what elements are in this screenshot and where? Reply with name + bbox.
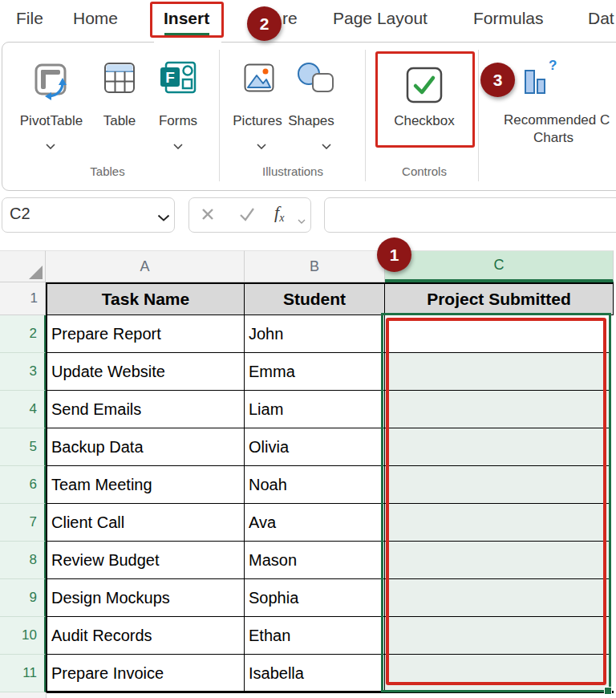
cell-student[interactable]: Emma bbox=[245, 353, 385, 391]
table-label: Table bbox=[95, 113, 144, 129]
cell-student[interactable]: Noah bbox=[245, 466, 385, 504]
chevron-down-icon[interactable] bbox=[257, 138, 266, 152]
ribbon-group-divider bbox=[219, 50, 220, 181]
pictures-icon bbox=[244, 63, 274, 95]
annotation-box-insert-tab bbox=[150, 2, 224, 38]
chevron-down-icon[interactable] bbox=[322, 138, 331, 152]
cancel-x-icon[interactable] bbox=[200, 206, 216, 225]
cell-student[interactable]: John bbox=[245, 315, 385, 353]
step-1-badge: 1 bbox=[377, 237, 411, 272]
row-header[interactable]: 4 bbox=[0, 391, 46, 428]
row-header[interactable]: 3 bbox=[0, 353, 46, 391]
enter-check-icon[interactable] bbox=[238, 206, 256, 225]
tab-formulas[interactable]: Formulas bbox=[473, 9, 544, 28]
cell-student[interactable]: Sophia bbox=[245, 579, 385, 617]
formula-input[interactable] bbox=[324, 197, 616, 233]
tab-partially-hidden[interactable]: re bbox=[282, 9, 298, 28]
recommended-charts-label-line2: Charts bbox=[521, 130, 586, 146]
fx-chevron-icon[interactable] bbox=[298, 213, 306, 227]
active-tab-connector bbox=[154, 39, 221, 46]
fill-handle[interactable] bbox=[604, 687, 612, 695]
annotation-box-checkbox bbox=[375, 51, 475, 148]
row-header[interactable]: 2 bbox=[0, 315, 46, 353]
column-header-b[interactable]: B bbox=[245, 250, 385, 282]
table-header-row: 1 Task Name Student Project Submitted bbox=[0, 282, 614, 315]
pivottable-label: PivotTable bbox=[6, 113, 96, 129]
name-box-chevron-icon[interactable] bbox=[157, 210, 170, 225]
cell-task[interactable]: Client Call bbox=[46, 504, 245, 542]
tab-file[interactable]: File bbox=[16, 9, 43, 28]
pictures-label: Pictures bbox=[230, 113, 285, 129]
cell-task[interactable]: Prepare Report bbox=[46, 315, 245, 353]
recommended-charts-label-line1: Recommended C bbox=[504, 112, 610, 128]
svg-text:?: ? bbox=[549, 58, 557, 73]
row-header[interactable]: 8 bbox=[0, 542, 46, 579]
cell-student[interactable]: Liam bbox=[245, 391, 385, 428]
chevron-down-icon[interactable] bbox=[173, 138, 183, 152]
tab-home[interactable]: Home bbox=[73, 9, 118, 28]
row-header[interactable]: 6 bbox=[0, 466, 46, 504]
row-header[interactable]: 9 bbox=[0, 579, 46, 617]
select-all-corner[interactable] bbox=[0, 250, 46, 282]
header-cell-project-submitted[interactable]: Project Submitted bbox=[385, 282, 614, 315]
header-cell-student[interactable]: Student bbox=[245, 282, 385, 315]
pivottable-icon bbox=[32, 59, 69, 104]
shapes-label: Shapes bbox=[286, 113, 337, 129]
select-all-triangle-icon bbox=[29, 266, 43, 279]
tab-data[interactable]: Dat bbox=[588, 9, 614, 28]
shapes-icon bbox=[295, 62, 335, 99]
cell-student[interactable]: Ethan bbox=[245, 617, 385, 655]
group-label-illustrations: Illustrations bbox=[241, 164, 345, 178]
insert-function-button[interactable]: fx bbox=[274, 202, 284, 225]
name-box-value: C2 bbox=[10, 205, 30, 223]
cell-student[interactable]: Isabella bbox=[245, 655, 385, 692]
chevron-down-icon[interactable] bbox=[46, 138, 55, 152]
cell-task[interactable]: Backup Data bbox=[46, 428, 245, 466]
header-cell-task-name[interactable]: Task Name bbox=[46, 282, 245, 315]
step-3-badge: 3 bbox=[480, 63, 515, 97]
cell-task[interactable]: Review Budget bbox=[46, 542, 245, 579]
ribbon-group-divider bbox=[478, 50, 479, 181]
cell-student[interactable]: Olivia bbox=[245, 428, 385, 466]
tab-page-layout[interactable]: Page Layout bbox=[333, 9, 428, 28]
column-header-c[interactable]: C bbox=[385, 250, 614, 282]
row-header[interactable]: 1 bbox=[0, 282, 46, 315]
cell-student[interactable]: Mason bbox=[245, 542, 385, 579]
bar-chart-icon: ? bbox=[522, 58, 562, 99]
step-2-badge: 2 bbox=[247, 6, 282, 41]
cell-task[interactable]: Send Emails bbox=[46, 391, 245, 428]
excel-window: File Home Insert 2 re Page Layout Formul… bbox=[0, 0, 616, 698]
cell-task[interactable]: Team Meeting bbox=[46, 466, 245, 504]
forms-label: Forms bbox=[153, 113, 203, 129]
group-label-controls: Controls bbox=[383, 164, 465, 178]
forms-icon: F bbox=[159, 61, 197, 98]
row-header[interactable] bbox=[0, 692, 47, 698]
row-header[interactable]: 5 bbox=[0, 428, 46, 466]
cell-task[interactable]: Update Website bbox=[46, 353, 245, 391]
annotation-box-column-c bbox=[386, 318, 606, 685]
row-header[interactable]: 11 bbox=[0, 655, 46, 692]
svg-text:F: F bbox=[165, 69, 175, 86]
table-icon bbox=[103, 62, 136, 97]
ribbon-group-divider bbox=[365, 50, 366, 181]
group-label-tables: Tables bbox=[59, 164, 156, 178]
column-header-a[interactable]: A bbox=[46, 250, 245, 282]
row-header[interactable]: 7 bbox=[0, 504, 46, 542]
cell-task[interactable]: Design Mockups bbox=[46, 579, 245, 617]
cell-task[interactable]: Prepare Invoice bbox=[46, 655, 245, 692]
cell-task[interactable]: Audit Records bbox=[46, 617, 245, 655]
row-header[interactable]: 10 bbox=[0, 617, 46, 655]
cell-student[interactable]: Ava bbox=[245, 504, 385, 542]
